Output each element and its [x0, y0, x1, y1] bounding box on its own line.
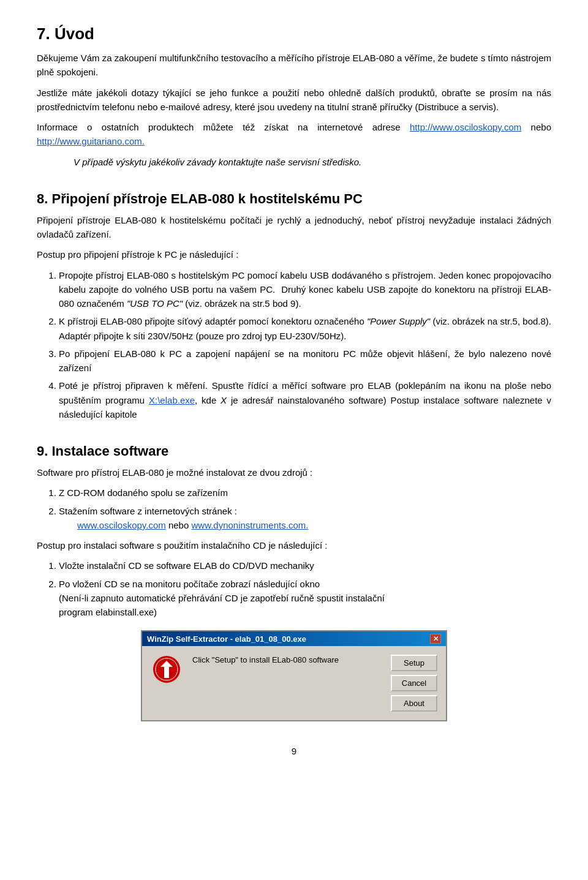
- section9-links-line: www.osciloskopy.com nebo www.dynoninstru…: [77, 520, 308, 530]
- section8-para2: Postup pro připojení přístroje k PC je n…: [37, 247, 551, 261]
- section9-source2-text: Stažením software z internetových stráne…: [59, 506, 237, 516]
- section8-step1: Propojte přístroj ELAB-080 s hostitelský…: [59, 268, 551, 311]
- section8-step2-text: K přístroji ELAB-080 připojte síťový ada…: [59, 316, 551, 340]
- section8-step4-text: Poté je přístroj připraven k měření. Spu…: [59, 380, 551, 419]
- section7-link2[interactable]: http://www.guitariano.com.: [37, 136, 145, 146]
- dialog-about-button[interactable]: About: [391, 695, 437, 712]
- section9-para2: Postup pro instalaci software s použitím…: [37, 538, 551, 552]
- section7-para3: Informace o ostatních produktech můžete …: [37, 120, 551, 149]
- section8-step4: Poté je přístroj připraven k měření. Spu…: [59, 378, 551, 421]
- page-number: 9: [37, 746, 551, 756]
- section7-para2: Jestliže máte jakékoli dotazy týkající s…: [37, 86, 551, 115]
- section8-heading: 8. Připojení přístroje ELAB-080 k hostit…: [37, 191, 551, 207]
- dialog-title: WinZip Self-Extractor - elab_01_08_00.ex…: [147, 634, 306, 644]
- section7-para1: Děkujeme Vám za zakoupení multifunkčního…: [37, 51, 551, 80]
- section7-heading: 7. Úvod: [37, 24, 551, 43]
- section8-step3: Po připojení ELAB-080 k PC a zapojení na…: [59, 347, 551, 375]
- section8-step1-text: Propojte přístroj ELAB-080 s hostitelský…: [59, 270, 551, 309]
- section9-link4[interactable]: www.dynoninstruments.com.: [191, 520, 308, 530]
- dialog-box: WinZip Self-Extractor - elab_01_08_00.ex…: [141, 630, 447, 721]
- section9-link3[interactable]: www.osciloskopy.com: [77, 520, 166, 530]
- section8-step2: K přístroji ELAB-080 připojte síťový ada…: [59, 314, 551, 343]
- section9-install-step2: Po vložení CD se na monitoru počítače zo…: [59, 577, 551, 620]
- section8-step4-link[interactable]: X:\elab.exe: [149, 395, 195, 405]
- section-8: 8. Připojení přístroje ELAB-080 k hostit…: [37, 191, 551, 421]
- section9-sources-list: Z CD-ROM dodaného spolu se zařízením Sta…: [59, 486, 551, 532]
- dialog-icon-area: [148, 655, 185, 712]
- section8-para1: Připojení přístroje ELAB-080 k hostitels…: [37, 213, 551, 242]
- section9-para1: Software pro přístroj ELAB-080 je možné …: [37, 465, 551, 479]
- section8-step3-text: Po připojení ELAB-080 k PC a zapojení na…: [59, 348, 551, 373]
- section9-install-step1: Vložte instalační CD se software ELAB do…: [59, 558, 551, 573]
- dialog-text-area: Click "Setup" to install ELab-080 softwa…: [192, 655, 383, 712]
- section-7: 7. Úvod Děkujeme Vám za zakoupení multif…: [37, 24, 551, 169]
- dialog-message: Click "Setup" to install ELab-080 softwa…: [192, 655, 383, 666]
- dialog-setup-button[interactable]: Setup: [391, 655, 437, 671]
- section7-para4: V případě výskytu jakékoliv závady konta…: [37, 155, 551, 169]
- section7-link1[interactable]: http://www.osciloskopy.com: [410, 122, 521, 132]
- section8-steps-list: Propojte přístroj ELAB-080 s hostitelský…: [59, 268, 551, 422]
- dialog-body: Click "Setup" to install ELab-080 softwa…: [142, 646, 446, 720]
- section9-install-step2-text: Po vložení CD se na monitoru počítače zo…: [59, 579, 385, 618]
- dialog-cancel-button[interactable]: Cancel: [391, 675, 437, 691]
- section9-install-list: Vložte instalační CD se software ELAB do…: [59, 558, 551, 619]
- section-9: 9. Instalace software Software pro příst…: [37, 443, 551, 721]
- section7-para3-prefix: Informace o ostatních produktech můžete …: [37, 122, 410, 132]
- section9-source1: Z CD-ROM dodaného spolu se zařízením: [59, 486, 551, 500]
- dialog-close-button[interactable]: ✕: [430, 634, 441, 644]
- dialog-container: WinZip Self-Extractor - elab_01_08_00.ex…: [37, 630, 551, 721]
- section7-para3-middle: nebo: [521, 122, 551, 132]
- section7-para4-italic: V případě výskytu jakékoliv závady konta…: [74, 157, 361, 167]
- dialog-buttons: Setup Cancel About: [391, 655, 437, 712]
- section9-link3-middle: nebo: [166, 520, 192, 530]
- section9-source2: Stažením software z internetových stráne…: [59, 504, 551, 533]
- section9-heading: 9. Instalace software: [37, 443, 551, 459]
- winzip-icon: [152, 655, 181, 684]
- dialog-titlebar: WinZip Self-Extractor - elab_01_08_00.ex…: [142, 631, 446, 646]
